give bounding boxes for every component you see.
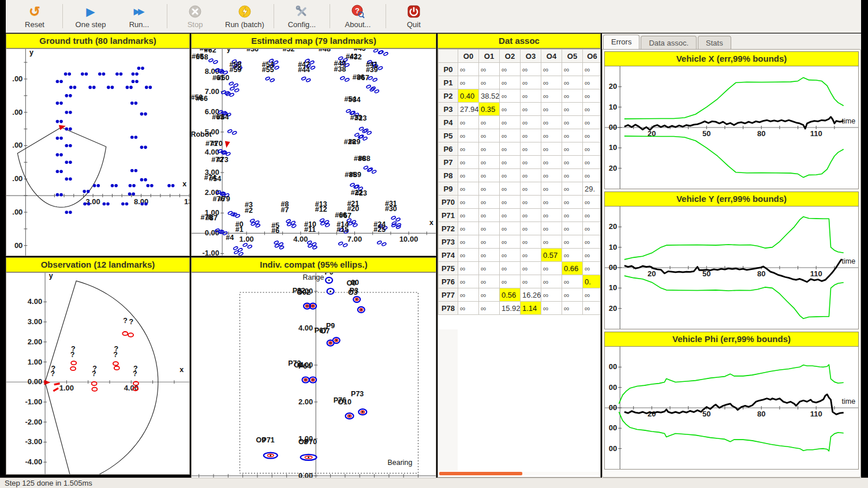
assoc-cell-P6-O3[interactable]: ∞ bbox=[521, 142, 541, 156]
assoc-cell-P8-O1[interactable]: ∞ bbox=[479, 169, 500, 182]
assoc-cell-P8-O0[interactable]: ∞ bbox=[458, 169, 479, 182]
assoc-cell-P73-O2[interactable]: ∞ bbox=[500, 235, 521, 249]
assoc-cell-P78-O3[interactable]: 1.14 bbox=[521, 302, 541, 315]
assoc-cell-P70-O6[interactable]: ∞ bbox=[583, 196, 601, 209]
assoc-cell-P74-O5[interactable]: ∞ bbox=[562, 249, 583, 262]
column-header-O0[interactable]: O0 bbox=[458, 50, 479, 63]
assoc-cell-P3-O4[interactable]: ∞ bbox=[541, 103, 562, 116]
assoc-cell-P72-O4[interactable]: ∞ bbox=[541, 222, 562, 235]
assoc-cell-P7-O5[interactable]: ∞ bbox=[562, 156, 583, 169]
assoc-cell-P76-O3[interactable]: ∞ bbox=[521, 275, 541, 288]
assoc-cell-P2-O5[interactable]: ∞ bbox=[562, 89, 583, 103]
table-horizontal-scrollbar[interactable] bbox=[439, 472, 599, 475]
assoc-cell-P8-O5[interactable]: ∞ bbox=[562, 169, 583, 182]
assoc-cell-P6-O4[interactable]: ∞ bbox=[541, 142, 562, 156]
assoc-cell-P76-O5[interactable]: ∞ bbox=[562, 275, 583, 288]
column-header-O4[interactable]: O4 bbox=[541, 50, 562, 63]
assoc-cell-P0-O1[interactable]: ∞ bbox=[479, 63, 500, 76]
assoc-cell-P78-O5[interactable]: ∞ bbox=[562, 302, 583, 315]
assoc-cell-P7-O6[interactable]: ∞ bbox=[583, 156, 601, 169]
assoc-cell-P72-O3[interactable]: ∞ bbox=[521, 222, 541, 235]
assoc-cell-P71-O5[interactable]: ∞ bbox=[562, 209, 583, 222]
assoc-cell-P70-O0[interactable]: ∞ bbox=[458, 196, 479, 209]
assoc-cell-P7-O1[interactable]: ∞ bbox=[479, 156, 500, 169]
assoc-cell-P0-O5[interactable]: ∞ bbox=[562, 63, 583, 76]
assoc-cell-P73-O5[interactable]: ∞ bbox=[562, 235, 583, 249]
row-header-P7[interactable]: P7 bbox=[439, 156, 458, 169]
row-header-P6[interactable]: P6 bbox=[439, 142, 458, 156]
assoc-cell-P8-O4[interactable]: ∞ bbox=[541, 169, 562, 182]
assoc-cell-P77-O1[interactable]: ∞ bbox=[479, 288, 500, 302]
assoc-cell-P74-O0[interactable]: ∞ bbox=[458, 249, 479, 262]
assoc-cell-P73-O3[interactable]: ∞ bbox=[521, 235, 541, 249]
assoc-cell-P3-O0[interactable]: 27.94 bbox=[458, 103, 479, 116]
about-button[interactable]: ?About... bbox=[334, 2, 382, 30]
assoc-cell-P1-O1[interactable]: ∞ bbox=[479, 76, 500, 89]
assoc-cell-P78-O2[interactable]: 15.92 bbox=[500, 302, 521, 315]
assoc-cell-P0-O4[interactable]: ∞ bbox=[541, 63, 562, 76]
assoc-cell-P5-O5[interactable]: ∞ bbox=[562, 129, 583, 142]
assoc-cell-P6-O1[interactable]: ∞ bbox=[479, 142, 500, 156]
assoc-cell-P75-O1[interactable]: ∞ bbox=[479, 262, 500, 275]
row-header-P8[interactable]: P8 bbox=[439, 169, 458, 182]
row-header-P72[interactable]: P72 bbox=[439, 222, 458, 235]
assoc-cell-P2-O6[interactable]: ∞ bbox=[583, 89, 601, 103]
assoc-cell-P7-O0[interactable]: ∞ bbox=[458, 156, 479, 169]
assoc-cell-P8-O2[interactable]: ∞ bbox=[500, 169, 521, 182]
assoc-cell-P4-O6[interactable]: ∞ bbox=[583, 116, 601, 129]
assoc-cell-P8-O3[interactable]: ∞ bbox=[521, 169, 541, 182]
assoc-cell-P71-O3[interactable]: ∞ bbox=[521, 209, 541, 222]
assoc-cell-P5-O0[interactable]: ∞ bbox=[458, 129, 479, 142]
column-header-O3[interactable]: O3 bbox=[521, 50, 541, 63]
config-button[interactable]: Config... bbox=[278, 2, 326, 30]
row-header-P5[interactable]: P5 bbox=[439, 129, 458, 142]
assoc-cell-P76-O6[interactable]: 0. bbox=[583, 275, 601, 288]
reset-button[interactable]: ↺Reset bbox=[10, 2, 59, 30]
quit-button[interactable]: Quit bbox=[390, 2, 438, 30]
assoc-cell-P3-O2[interactable]: ∞ bbox=[500, 103, 521, 116]
row-header-P74[interactable]: P74 bbox=[439, 249, 458, 262]
assoc-cell-P71-O2[interactable]: ∞ bbox=[500, 209, 521, 222]
assoc-cell-P71-O1[interactable]: ∞ bbox=[479, 209, 500, 222]
assoc-cell-P9-O1[interactable]: ∞ bbox=[479, 182, 500, 196]
tab-data-assoc[interactable]: Data assoc. bbox=[641, 36, 697, 49]
column-header-O6[interactable]: O6 bbox=[583, 50, 601, 63]
assoc-cell-P73-O6[interactable]: ∞ bbox=[583, 235, 601, 249]
column-header-O2[interactable]: O2 bbox=[500, 50, 521, 63]
assoc-cell-P4-O3[interactable]: ∞ bbox=[521, 116, 541, 129]
run-batch-button[interactable]: Run (batch) bbox=[219, 2, 270, 30]
assoc-cell-P9-O3[interactable]: ∞ bbox=[521, 182, 541, 196]
assoc-cell-P2-O4[interactable]: ∞ bbox=[541, 89, 562, 103]
row-header-P0[interactable]: P0 bbox=[439, 63, 458, 76]
row-header-P77[interactable]: P77 bbox=[439, 288, 458, 302]
assoc-cell-P75-O6[interactable]: ∞ bbox=[583, 262, 601, 275]
row-header-P78[interactable]: P78 bbox=[439, 302, 458, 315]
column-header-O1[interactable]: O1 bbox=[479, 50, 500, 63]
assoc-cell-P9-O2[interactable]: ∞ bbox=[500, 182, 521, 196]
assoc-cell-P2-O3[interactable]: ∞ bbox=[521, 89, 541, 103]
assoc-cell-P75-O0[interactable]: ∞ bbox=[458, 262, 479, 275]
assoc-cell-P4-O4[interactable]: ∞ bbox=[541, 116, 562, 129]
assoc-cell-P71-O4[interactable]: ∞ bbox=[541, 209, 562, 222]
stop-button[interactable]: Stop bbox=[171, 2, 219, 30]
assoc-cell-P7-O3[interactable]: ∞ bbox=[521, 156, 541, 169]
assoc-cell-P2-O1[interactable]: 38.52 bbox=[479, 89, 500, 103]
assoc-cell-P71-O0[interactable]: ∞ bbox=[458, 209, 479, 222]
assoc-cell-P1-O0[interactable]: ∞ bbox=[458, 76, 479, 89]
assoc-cell-P70-O4[interactable]: ∞ bbox=[541, 196, 562, 209]
assoc-cell-P1-O3[interactable]: ∞ bbox=[521, 76, 541, 89]
assoc-cell-P73-O4[interactable]: ∞ bbox=[541, 235, 562, 249]
assoc-cell-P77-O6[interactable]: ∞ bbox=[583, 288, 601, 302]
assoc-cell-P4-O5[interactable]: ∞ bbox=[562, 116, 583, 129]
assoc-cell-P76-O4[interactable]: ∞ bbox=[541, 275, 562, 288]
assoc-cell-P5-O4[interactable]: ∞ bbox=[541, 129, 562, 142]
assoc-cell-P6-O2[interactable]: ∞ bbox=[500, 142, 521, 156]
assoc-cell-P70-O3[interactable]: ∞ bbox=[521, 196, 541, 209]
assoc-cell-P9-O6[interactable]: 29. bbox=[583, 182, 601, 196]
assoc-cell-P78-O0[interactable]: ∞ bbox=[458, 302, 479, 315]
assoc-cell-P2-O2[interactable]: ∞ bbox=[500, 89, 521, 103]
assoc-cell-P77-O3[interactable]: 16.26 bbox=[521, 288, 541, 302]
assoc-cell-P7-O4[interactable]: ∞ bbox=[541, 156, 562, 169]
assoc-cell-P77-O2[interactable]: 0.56 bbox=[500, 288, 521, 302]
assoc-cell-P77-O4[interactable]: ∞ bbox=[541, 288, 562, 302]
